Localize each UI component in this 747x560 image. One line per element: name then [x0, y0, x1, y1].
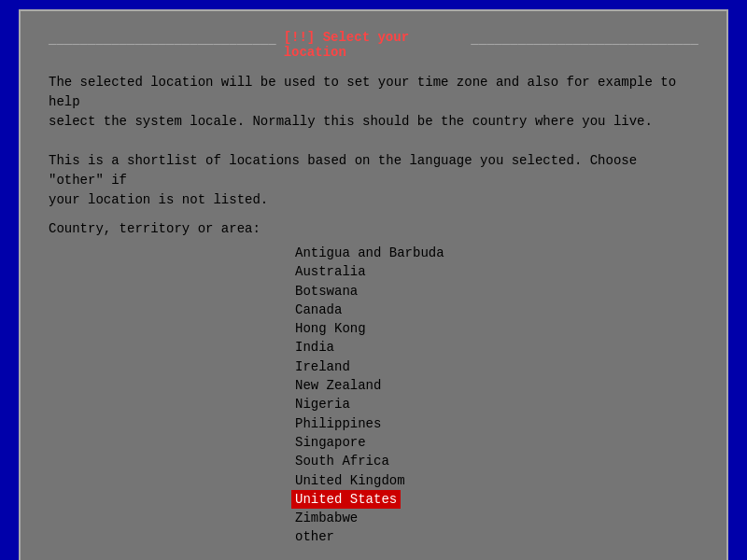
dialog-box: ───────────────────────────── [!!] Selec…: [19, 9, 728, 560]
list-item[interactable]: Nigeria: [291, 395, 354, 413]
list-item[interactable]: Botswana: [291, 282, 361, 301]
title-bar-right: ─────────────────────────────: [471, 37, 698, 52]
country-list: Antigua and BarbudaAustraliaBotswanaCana…: [291, 244, 698, 547]
list-item[interactable]: South Africa: [291, 452, 393, 470]
desc-line5: your location is not listed.: [49, 192, 268, 207]
list-item[interactable]: Australia: [291, 262, 370, 281]
list-item[interactable]: other: [291, 527, 338, 546]
list-item[interactable]: Antigua and Barbuda: [291, 244, 448, 262]
country-label: Country, territory or area:: [49, 221, 698, 236]
description: The selected location will be used to se…: [49, 73, 698, 210]
desc-line2: select the system locale. Normally this …: [49, 114, 653, 129]
list-item[interactable]: United States: [291, 490, 401, 509]
desc-line1: The selected location will be used to se…: [49, 75, 676, 109]
desc-line4: This is a shortlist of locations based o…: [49, 153, 637, 188]
list-item[interactable]: Ireland: [291, 357, 354, 376]
list-item[interactable]: Zimbabwe: [291, 509, 361, 527]
title-bar-left: ─────────────────────────────: [49, 37, 276, 52]
list-item[interactable]: Singapore: [291, 433, 370, 452]
list-item[interactable]: Canada: [291, 301, 345, 319]
title-bar: ───────────────────────────── [!!] Selec…: [49, 30, 698, 60]
list-item[interactable]: United Kingdom: [291, 471, 409, 490]
list-item[interactable]: Hong Kong: [291, 319, 370, 338]
list-item[interactable]: India: [291, 338, 338, 357]
list-item[interactable]: Philippines: [291, 414, 385, 433]
title-text: [!!] Select your location: [284, 30, 464, 60]
main-area: ───────────────────────────── [!!] Selec…: [0, 0, 747, 560]
list-item[interactable]: New Zealand: [291, 376, 385, 395]
